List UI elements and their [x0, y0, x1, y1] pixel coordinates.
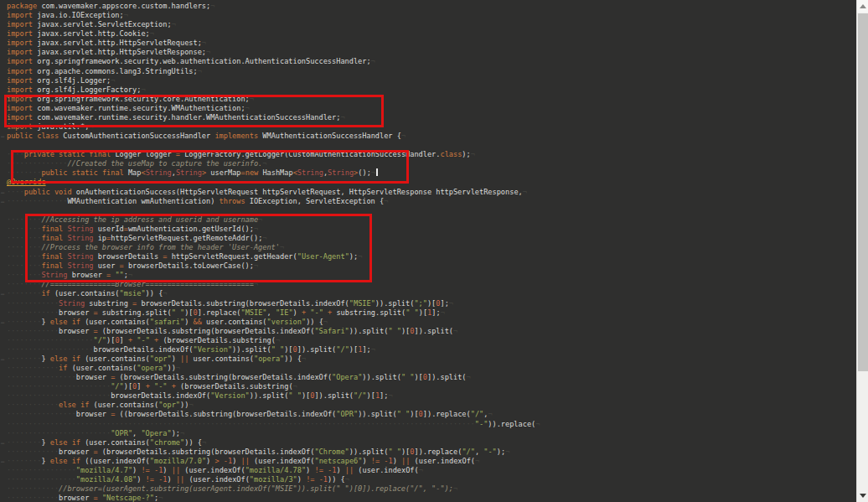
- fold-marker-icon[interactable]: ‒: [1, 459, 4, 465]
- code-line[interactable]: ····················"/")[0] + "-" + (bro…: [7, 336, 855, 345]
- code-line[interactable]: ············if (user.contains("opera"))¬: [7, 364, 855, 373]
- code-line[interactable]: [7, 141, 855, 150]
- code-line[interactable]: ················browser = ((browserDetai…: [7, 410, 855, 419]
- scroll-down-arrow-icon: [860, 494, 866, 498]
- code-line[interactable]: ············browser = substring.split(" …: [7, 308, 855, 318]
- code-line[interactable]: ········} else if (user.contains("opr") …: [7, 355, 855, 364]
- code-line[interactable]: import java.io.IOException;¬: [7, 11, 855, 20]
- code-line[interactable]: ········} else if (user.contains("chrome…: [7, 438, 855, 448]
- fold-marker-icon[interactable]: ‒: [1, 292, 4, 298]
- fold-marker-icon[interactable]: ‒: [1, 320, 4, 326]
- scrollbar[interactable]: [856, 0, 868, 502]
- code-line[interactable]: import javax.servlet.http.HttpServletReq…: [7, 39, 855, 48]
- code-line[interactable]: ········} else if (user.contains("safari…: [7, 318, 855, 327]
- code-line[interactable]: import org.slf4j.Logger;¬: [7, 76, 855, 85]
- code-line[interactable]: ············String substring = browserDe…: [7, 299, 855, 308]
- fold-marker-icon[interactable]: ‒: [1, 357, 4, 363]
- annotation-box-wm-imports-highlight: [4, 95, 384, 127]
- code-line[interactable]: ························"OPR", "Opera");…: [7, 429, 855, 438]
- fold-marker-icon[interactable]: ‒: [1, 134, 4, 140]
- code-line[interactable]: ··············WMAuthentication wmAuthent…: [7, 197, 855, 206]
- code-line[interactable]: ········································…: [7, 420, 855, 429]
- code-line[interactable]: public class CustomAuthenticationSuccess…: [7, 132, 855, 141]
- code-editor-window: package com.wavemaker.appscore.custom.ha…: [0, 0, 868, 502]
- scroll-up-arrow-icon: [860, 4, 866, 8]
- scroll-down-button[interactable]: [857, 489, 868, 502]
- code-line[interactable]: ············browser = "Netscape-?";¬: [7, 494, 855, 502]
- code-line[interactable]: ····public void onAuthenticationSuccess(…: [7, 188, 855, 197]
- code-line[interactable]: ········} else if ((user.indexOf("mozill…: [7, 457, 855, 466]
- annotation-box-user-info-highlight: [25, 214, 372, 282]
- code-line[interactable]: ····················browserDetails.index…: [7, 345, 855, 355]
- code-line[interactable]: import org.slf4j.LoggerFactory;¬: [7, 85, 855, 95]
- code-line[interactable]: ············//browser=(userAgent.substri…: [7, 484, 855, 494]
- code-line[interactable]: import org.springframework.security.web.…: [7, 57, 855, 66]
- code-line[interactable]: ············browser = (browserDetails.su…: [7, 448, 855, 457]
- fold-marker-icon[interactable]: ‒: [1, 190, 4, 196]
- code-line[interactable]: package com.wavemaker.appscore.custom.ha…: [7, 2, 855, 11]
- fold-marker-icon[interactable]: ‒: [1, 441, 4, 447]
- code-line[interactable]: import javax.servlet.http.Cookie;¬: [7, 29, 855, 39]
- code-line[interactable]: ········if (user.contains("msie")) {¬: [7, 289, 855, 298]
- code-line[interactable]: ················"mozilla/4.08") != -1) |…: [7, 475, 855, 484]
- code-line[interactable]: import javax.servlet.ServletException;¬: [7, 20, 855, 29]
- code-line[interactable]: ················"mozilla/4.7") != -1) ||…: [7, 466, 855, 475]
- scroll-up-button[interactable]: [857, 0, 868, 13]
- annotation-box-usermap-field-highlight: [11, 150, 409, 184]
- code-line[interactable]: import javax.servlet.http.HttpServletRes…: [7, 48, 855, 57]
- code-line[interactable]: ························browserDetails.i…: [7, 391, 855, 401]
- code-line[interactable]: ················browser = (browserDetail…: [7, 373, 855, 382]
- fold-marker-icon[interactable]: ‒: [1, 199, 4, 205]
- scrollbar-thumb[interactable]: [858, 13, 868, 371]
- code-line[interactable]: ············browser = (browserDetails.su…: [7, 327, 855, 336]
- code-line[interactable]: ············else if (user.contains("opr"…: [7, 401, 855, 410]
- code-line[interactable]: import org.apache.commons.lang3.StringUt…: [7, 67, 855, 76]
- code-line[interactable]: ························"/")[0] + "-" + …: [7, 382, 855, 391]
